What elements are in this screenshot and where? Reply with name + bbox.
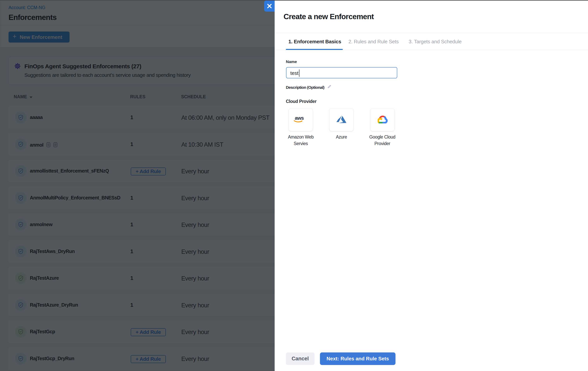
- svg-text:aws: aws: [295, 115, 304, 121]
